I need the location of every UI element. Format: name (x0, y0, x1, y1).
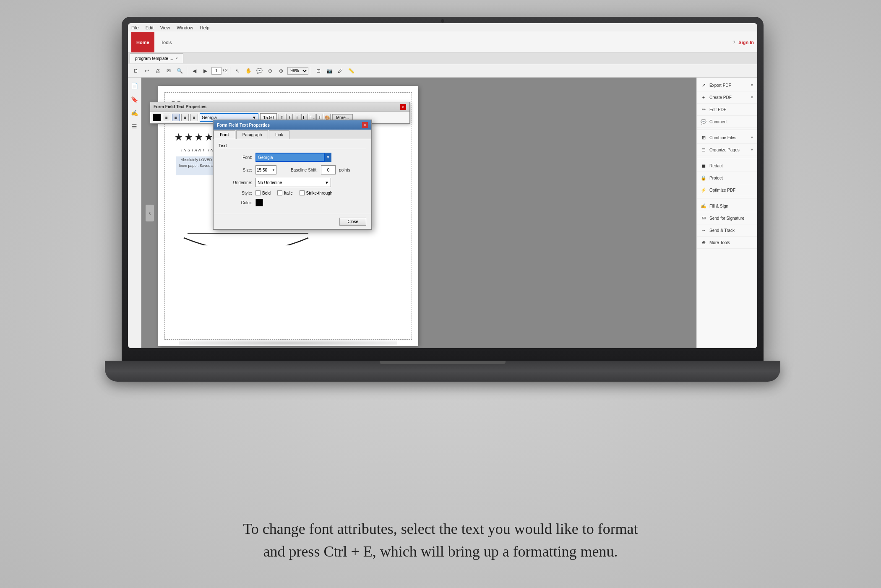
form-field-main-dialog: Form Field Text Properties × Font Paragr… (213, 120, 372, 230)
align-left-btn[interactable]: ≡ (163, 114, 170, 121)
align-center-btn[interactable]: ≡ (172, 114, 180, 121)
menu-file[interactable]: File (131, 25, 139, 30)
print-icon[interactable]: 🖨 (153, 66, 162, 75)
menu-window[interactable]: Window (177, 25, 193, 30)
rp-fill-sign[interactable]: ✍ Fill & Sign (697, 200, 757, 212)
menu-view[interactable]: View (160, 25, 170, 30)
rp-edit-pdf[interactable]: ✏ Edit PDF (697, 104, 757, 116)
caption-line2: and press Ctrl + E, which will bring up … (263, 543, 618, 560)
rp-optimize[interactable]: ⚡ Optimize PDF (697, 184, 757, 196)
laptop-base (105, 361, 780, 382)
search-icon[interactable]: 🔍 (175, 66, 184, 75)
crop-icon[interactable]: ⊡ (314, 66, 323, 75)
optimize-label: Optimize PDF (709, 188, 754, 193)
screen-content: File Edit View Window Help Home Tools ? … (128, 23, 757, 348)
comment-icon[interactable]: 💬 (255, 66, 264, 75)
italic-checkbox[interactable] (277, 190, 282, 195)
create-pdf-arrow: ▼ (750, 95, 754, 99)
zoom-in-icon[interactable]: ⊕ (276, 66, 286, 75)
points-label: points (339, 168, 350, 172)
tools-tab[interactable]: Tools (156, 32, 177, 52)
screen-bezel: File Edit View Window Help Home Tools ? … (128, 23, 757, 348)
protect-icon: 🔒 (700, 174, 707, 181)
rp-redact[interactable]: ◼ Redact (697, 160, 757, 172)
underline-dropdown[interactable]: No Underline ▼ (255, 178, 331, 187)
email-icon[interactable]: ✉ (164, 66, 173, 75)
bold-checkbox[interactable] (255, 190, 261, 195)
redact-icon: ◼ (700, 162, 707, 169)
sep3 (311, 67, 311, 75)
rp-organize-pages[interactable]: ☰ Organize Pages ▼ (697, 144, 757, 156)
page-input[interactable] (211, 67, 222, 75)
menu-help[interactable]: Help (200, 25, 209, 30)
zoom-select[interactable]: 98% (287, 67, 308, 75)
snapshot-icon[interactable]: 📷 (325, 66, 334, 75)
color-swatch[interactable] (255, 199, 263, 206)
font-label: Font: (219, 155, 252, 160)
align-right-btn[interactable]: ≡ (181, 114, 189, 121)
rp-combine-files[interactable]: ⊞ Combine Files ▼ (697, 132, 757, 144)
strikethrough-checkbox[interactable] (300, 190, 305, 195)
size-dropdown[interactable]: 15.50 ▼ (255, 165, 276, 174)
text-section-label: Text (219, 143, 366, 149)
comment-label: Comment (709, 120, 754, 124)
measure-icon[interactable]: 📏 (347, 66, 356, 75)
main-dialog-title-text: Form Field Text Properties (217, 123, 270, 127)
rp-send-track[interactable]: → Send & Track (697, 224, 757, 237)
align-justify-btn[interactable]: ≡ (190, 114, 198, 121)
left-icon-signatures[interactable]: ✍ (130, 108, 140, 118)
page-nav: / 2 (211, 67, 227, 75)
menu-edit[interactable]: Edit (146, 25, 154, 30)
left-icon-pages[interactable]: 📄 (130, 81, 140, 91)
tab-paragraph[interactable]: Paragraph (236, 130, 268, 139)
back-icon[interactable]: ↩ (142, 66, 151, 75)
rp-send-signature[interactable]: ✉ Send for Signature (697, 212, 757, 224)
ribbon: Home Tools ? Sign In (128, 32, 757, 52)
left-icon-layers[interactable]: ☰ (130, 121, 140, 131)
create-pdf-icon: + (700, 94, 707, 101)
rp-protect[interactable]: 🔒 Protect (697, 172, 757, 184)
send-track-label: Send & Track (709, 228, 754, 233)
new-doc-icon[interactable]: 🗋 (131, 66, 141, 75)
next-page-icon[interactable]: ▶ (201, 66, 210, 75)
font-select-dropdown-arrow[interactable]: ▼ (325, 153, 331, 162)
more-tools-icon: ⊕ (700, 239, 707, 246)
rp-comment[interactable]: 💬 Comment (697, 116, 757, 128)
text-color-box[interactable] (153, 114, 161, 121)
zoom-out-icon[interactable]: ⊖ (266, 66, 275, 75)
document-tab[interactable]: program-template-... × (130, 53, 183, 63)
rp-create-pdf[interactable]: + Create PDF ▼ (697, 91, 757, 104)
rp-export-pdf[interactable]: ↗ Export PDF ▼ (697, 79, 757, 91)
export-pdf-label: Export PDF (709, 83, 748, 88)
page-shadow (179, 340, 397, 346)
top-dialog-close-btn[interactable]: × (400, 104, 406, 110)
sign-in-button[interactable]: Sign In (738, 40, 754, 45)
font-row: Font: Georgia ▼ (219, 153, 366, 162)
bold-checkbox-item: Bold (255, 190, 271, 195)
style-row: Style: Bold (219, 190, 366, 195)
help-icon[interactable]: ? (732, 40, 735, 45)
rp-divider-3 (697, 198, 757, 198)
tab-close-icon[interactable]: × (176, 56, 178, 60)
rp-more-tools[interactable]: ⊕ More Tools (697, 237, 757, 249)
select-icon[interactable]: ↖ (233, 66, 242, 75)
touchup-icon[interactable]: 🖊 (336, 66, 345, 75)
prev-page-icon[interactable]: ◀ (190, 66, 199, 75)
dialog-tabs: Font Paragraph Link (214, 130, 371, 139)
tab-font[interactable]: Font (214, 130, 235, 139)
baseline-input[interactable] (321, 165, 336, 174)
size-row: Size: 15.50 ▼ Baseline Shift: points (219, 165, 366, 174)
nav-arrow-left[interactable]: ‹ (146, 205, 154, 221)
main-dialog-close-btn[interactable]: × (362, 122, 368, 128)
style-label: Style: (219, 191, 252, 195)
main-layout: 📄 🔖 ✍ ☰ ‹ (128, 78, 757, 348)
tab-link[interactable]: Link (269, 130, 289, 139)
close-dialog-btn[interactable]: Close (339, 218, 366, 226)
hand-icon[interactable]: ✋ (244, 66, 253, 75)
organize-arrow: ▼ (750, 148, 754, 152)
left-icon-bookmarks[interactable]: 🔖 (130, 94, 140, 104)
export-pdf-arrow: ▼ (750, 83, 754, 87)
font-select-main[interactable]: Georgia (255, 153, 325, 162)
home-tab[interactable]: Home (131, 32, 154, 52)
underline-value: No Underline (258, 180, 282, 185)
